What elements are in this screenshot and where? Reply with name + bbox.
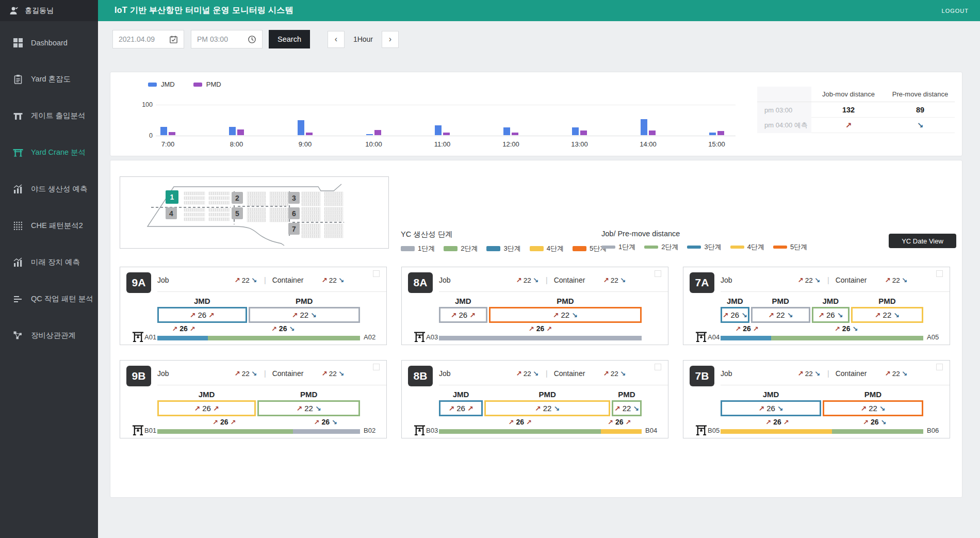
container-trend-value: ↗22↘ <box>603 369 626 378</box>
legend-swatch <box>644 246 658 249</box>
progress-segment-blue <box>721 336 771 340</box>
stage-box-col: PMD↗22↘ <box>851 295 923 323</box>
card-checkbox[interactable] <box>655 270 661 277</box>
prev-hour-button[interactable]: ‹ <box>328 31 345 48</box>
sidebar-item-yard-productivity[interactable]: 야드 생산성 예측 <box>0 171 98 207</box>
map-block-5[interactable]: 5 <box>232 207 243 219</box>
trend-down-icon: ↘ <box>553 404 560 413</box>
card-checkbox[interactable] <box>373 270 380 277</box>
job-trend-value: ↗22↘ <box>234 276 257 284</box>
svg-text:7: 7 <box>292 225 296 233</box>
block-label-left: A04 <box>708 333 720 341</box>
container-trend-value: ↗22↘ <box>885 369 907 378</box>
card-checkbox[interactable] <box>655 364 661 370</box>
legend-item-stage3: 3단계 <box>486 244 520 253</box>
trend-up-icon: ↗ <box>758 404 764 413</box>
trend-down-icon: ↘ <box>315 404 321 413</box>
job-label: Job <box>721 276 732 284</box>
trend-down-icon: ↘ <box>837 311 843 319</box>
trend-down-icon: ↘ <box>893 311 900 319</box>
trend-down-icon: ↘ <box>741 311 747 319</box>
container-trend-value: ↗22↘ <box>603 276 626 284</box>
map-block-1[interactable]: 1 <box>166 190 178 204</box>
trend-up-icon: ↗ <box>885 276 890 284</box>
card-badge: 9B <box>126 366 151 386</box>
pmd-label: PMD <box>751 295 810 307</box>
sidebar-item-equipment-correlation[interactable]: 장비상관관계 <box>0 317 98 354</box>
next-hour-button[interactable]: › <box>382 31 399 48</box>
bar-chart-icon <box>13 184 23 194</box>
x-tick-label: 12:00 <box>502 140 519 148</box>
trend-down-icon: ↘ <box>917 121 924 130</box>
sidebar-item-label: Yard Crane 분석 <box>31 148 86 157</box>
bar-jmd <box>709 133 716 135</box>
legend-swatch <box>573 246 586 251</box>
pmd-label: PMD <box>257 388 360 400</box>
sidebar-item-yard-congestion[interactable]: Yard 혼잡도 <box>0 61 98 97</box>
bar-trend-value: ↗26↘ <box>835 324 858 333</box>
stage-boxes-row: JMD↗26↗PMD↗22↘ <box>439 295 642 323</box>
legend-swatch <box>401 246 415 251</box>
map-block-4[interactable]: 4 <box>166 207 177 219</box>
trend-up-icon: ↗ <box>321 370 327 378</box>
sidebar-item-qc-pattern[interactable]: QC 작업 패턴 분석 <box>0 281 98 317</box>
svg-text:6: 6 <box>292 209 296 218</box>
block-label-right: B06 <box>927 427 939 434</box>
hourly-distance-bar-chart: 7:008:009:0010:0011:0012:0013:0014:0015:… <box>134 98 751 148</box>
block-label-left: B03 <box>426 427 438 434</box>
card-checkbox[interactable] <box>936 364 943 370</box>
sidebar-item-future-device[interactable]: 미래 장치 예측 <box>0 244 98 281</box>
x-tick-label: 15:00 <box>708 140 725 148</box>
trend-up-icon: ↗ <box>535 404 541 413</box>
pmd-stage-box: ↗22↘ <box>249 307 360 323</box>
separator: | <box>827 276 829 284</box>
bar-jmd <box>572 127 579 135</box>
legend-label: 2단계 <box>461 244 478 253</box>
table-column-header: Pre-move distance <box>886 87 955 102</box>
map-block-2[interactable]: 2 <box>232 192 243 204</box>
map-block-3[interactable]: 3 <box>288 192 300 204</box>
legend-item-stage4: 4단계 <box>730 242 764 252</box>
crane-icon <box>132 422 144 436</box>
stage-box-col: PMD↗22↘ <box>823 388 923 416</box>
trend-up-icon: ↗ <box>172 325 177 333</box>
separator: | <box>827 369 829 378</box>
sidebar-item-dashboard[interactable]: Dashboard <box>0 24 98 61</box>
job-trend-value: ↗22↘ <box>797 369 820 378</box>
crane-icon <box>695 329 707 343</box>
jmd-label: JMD <box>721 295 749 307</box>
map-block-7[interactable]: 7 <box>288 223 300 235</box>
card-badge: 9A <box>126 272 151 293</box>
bar-jmd <box>366 134 373 135</box>
logout-button[interactable]: LOGOUT <box>942 8 969 14</box>
date-input[interactable]: 2021.04.09 <box>112 30 184 48</box>
interval-label: 1Hour <box>345 35 382 43</box>
user-profile[interactable]: 홍길동님 <box>0 0 98 21</box>
legend-swatch <box>601 246 615 249</box>
legend-item-pmd: PMD <box>193 80 221 88</box>
x-tick-label: 11:00 <box>434 140 451 148</box>
trend-up-icon: ↗ <box>835 325 840 333</box>
pmd-stage-box: ↗22↘ <box>823 400 923 416</box>
yard-crane-analysis-panel: 1234567 YC 생산성 단계 1단계2단계3단계4단계5단계 Job/ P… <box>110 160 962 498</box>
stage-box-col: PMD↗22↘ <box>489 295 642 323</box>
bar-pmd <box>580 131 587 135</box>
sidebar-menu: DashboardYard 혼잡도게이트 출입분석Yard Crane 분석야드… <box>0 21 98 354</box>
bar-pmd <box>306 133 313 135</box>
search-button[interactable]: Search <box>269 30 310 48</box>
job-label: Job <box>439 369 451 378</box>
divider <box>721 385 950 385</box>
stage-box-col: JMD↗26↘ <box>721 388 821 416</box>
time-input[interactable]: PM 03:00 <box>191 30 263 48</box>
sidebar-item-yard-crane[interactable]: Yard Crane 분석 <box>0 134 98 171</box>
stage-box-col: JMD↗26↗ <box>157 295 247 323</box>
sidebar-item-che-pattern[interactable]: CHE 패턴분석2 <box>0 207 98 244</box>
card-checkbox[interactable] <box>936 270 943 277</box>
bar-jmd <box>641 119 647 135</box>
sidebar-item-gate-access[interactable]: 게이트 출입분석 <box>0 97 98 134</box>
bar-group-800: 8:00 <box>202 98 271 148</box>
card-checkbox[interactable] <box>373 364 380 370</box>
yc-date-view-button[interactable]: YC Date View <box>889 234 956 248</box>
yc-card-9B: 9BJob↗22↘|Container↗22↘JMD↗26↗PMD↗22↘B01… <box>120 360 387 438</box>
map-block-6[interactable]: 6 <box>288 207 300 219</box>
